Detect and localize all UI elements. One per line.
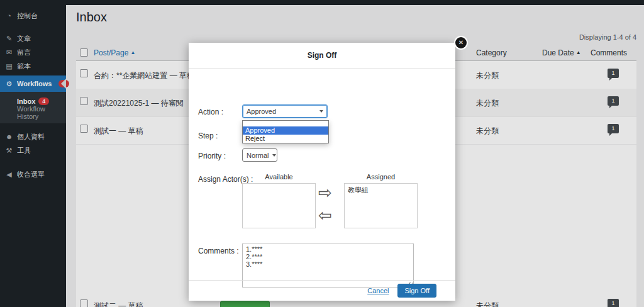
action-field-label: Action :: [198, 108, 223, 116]
cancel-link[interactable]: Cancel: [367, 287, 389, 294]
modal-footer: Cancel Sign Off: [189, 280, 455, 301]
action-dropdown-list: Approved Reject: [242, 120, 329, 143]
assign-arrow-right-icon[interactable]: ⇨: [318, 184, 332, 201]
assigned-actor-item[interactable]: 教學組: [345, 184, 417, 197]
sign-off-modal: Sign Off Action : Approved Approved Reje…: [189, 43, 455, 301]
comments-field-label: Comments :: [198, 247, 239, 255]
action-select[interactable]: Approved: [242, 104, 328, 118]
screen: ◔ 控制台 ✎ 文章 ✉ 留言 ▤ 範本 ⚙ Workflows 4 Inbox…: [0, 0, 644, 307]
chevron-down-icon: [272, 154, 276, 157]
dropdown-option-approved[interactable]: Approved: [243, 126, 328, 135]
modal-body: Action : Approved Approved Reject Step :…: [189, 69, 455, 280]
step-field-label: Step :: [198, 131, 218, 140]
modal-title: Sign Off: [189, 43, 455, 69]
modal-close-icon[interactable]: ✕: [455, 37, 467, 48]
available-list-header: Available: [242, 173, 316, 181]
action-select-value: Approved: [247, 108, 276, 115]
available-listbox[interactable]: [242, 183, 316, 228]
assigned-listbox[interactable]: 教學組: [344, 183, 418, 228]
assigned-list-header: Assigned: [344, 173, 418, 181]
dropdown-option-reject[interactable]: Reject: [243, 135, 328, 143]
priority-select[interactable]: Normal: [242, 148, 277, 162]
assign-arrow-left-icon[interactable]: ⇦: [318, 207, 332, 223]
chevron-down-icon: [319, 110, 323, 113]
priority-field-label: Priority :: [198, 152, 226, 160]
priority-select-value: Normal: [247, 152, 269, 159]
sign-off-button[interactable]: Sign Off: [397, 284, 436, 298]
